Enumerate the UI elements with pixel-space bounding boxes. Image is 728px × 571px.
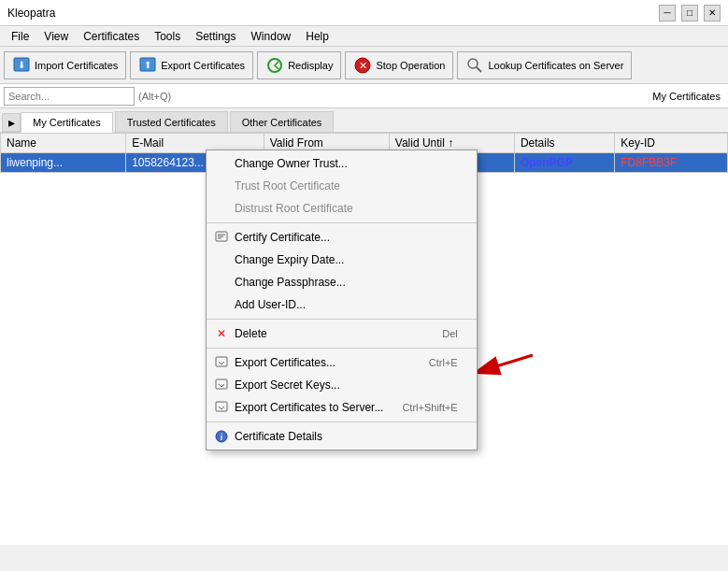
export-certs-icon (214, 355, 229, 370)
ctx-add-userid[interactable]: Add User-ID... (207, 293, 477, 316)
ctx-export-certs-label: Export Certificates... (235, 356, 335, 369)
ctx-change-owner-trust[interactable]: Change Owner Trust... (207, 152, 477, 175)
ctx-separator-1 (207, 222, 477, 223)
export-server-icon (214, 400, 229, 415)
context-menu: Change Owner Trust... Trust Root Certifi… (206, 150, 478, 450)
ctx-cert-details-label: Certificate Details (235, 430, 322, 443)
ctx-add-userid-label: Add User-ID... (235, 298, 306, 311)
export-secret-icon (214, 378, 229, 393)
cell-keyid: FD8FBB3F (615, 153, 728, 173)
redisplay-label: Redisplay (288, 60, 333, 71)
ctx-certify[interactable]: Certify Certificate... (207, 226, 477, 249)
tab-trusted-certificates[interactable]: Trusted Certificates (115, 111, 228, 132)
svg-text:⬇: ⬇ (18, 60, 25, 70)
cert-details-icon: i (214, 429, 229, 444)
search-input[interactable] (4, 87, 135, 106)
ctx-export-certs-shortcut: Ctrl+E (429, 357, 458, 368)
certify-icon (214, 230, 229, 245)
tabs-bar: ▸ My Certificates Trusted Certificates O… (0, 108, 728, 133)
ctx-separator-4 (207, 421, 477, 422)
ctx-delete-shortcut: Del (442, 328, 458, 339)
menu-window[interactable]: Window (244, 28, 299, 45)
ctx-delete[interactable]: ✕ Delete Del (207, 322, 477, 345)
ctx-export-certs[interactable]: Export Certificates... Ctrl+E (207, 351, 477, 374)
ctx-cert-details[interactable]: i Certificate Details (207, 425, 477, 448)
stop-button[interactable]: ✕ Stop Operation (345, 51, 453, 79)
export-button[interactable]: ⬆ Export Certificates (130, 51, 253, 79)
ctx-separator-2 (207, 319, 477, 320)
window-controls: ─ □ ✕ (659, 5, 721, 21)
col-header-details[interactable]: Details (514, 134, 614, 153)
close-button[interactable]: ✕ (704, 5, 721, 21)
col-header-keyid[interactable]: Key-ID (615, 134, 728, 153)
tab-add-button[interactable]: ▸ (2, 113, 21, 132)
menu-help[interactable]: Help (298, 28, 336, 45)
lookup-button[interactable]: Lookup Certificates on Server (457, 51, 632, 79)
redisplay-icon (265, 56, 284, 75)
ctx-trust-root[interactable]: Trust Root Certificate (207, 175, 477, 197)
svg-text:✕: ✕ (359, 60, 367, 71)
lookup-icon (465, 56, 484, 75)
export-icon: ⬆ (138, 56, 157, 75)
import-icon: ⬇ (12, 56, 31, 75)
export-label: Export Certificates (161, 60, 245, 71)
ctx-trust-root-label: Trust Root Certificate (235, 179, 340, 193)
ctx-delete-label: Delete (235, 327, 267, 340)
ctx-change-passphrase[interactable]: Change Passphrase... (207, 271, 477, 293)
ctx-change-expiry[interactable]: Change Expiry Date... (207, 249, 477, 271)
tab-my-certificates[interactable]: My Certificates (21, 112, 113, 133)
svg-text:i: i (221, 433, 223, 442)
search-right-label: My Certificates (652, 91, 724, 102)
menu-view[interactable]: View (36, 28, 76, 45)
svg-text:⬆: ⬆ (144, 60, 151, 70)
menu-certificates[interactable]: Certificates (76, 28, 147, 45)
col-header-name[interactable]: Name (1, 134, 126, 153)
ctx-distrust-root[interactable]: Distrust Root Certificate (207, 197, 477, 220)
ctx-certify-label: Certify Certificate... (235, 231, 330, 244)
ctx-change-passphrase-label: Change Passphrase... (235, 276, 346, 289)
menu-file[interactable]: File (4, 28, 36, 45)
ctx-export-secret-label: Export Secret Keys... (235, 378, 340, 392)
ctx-separator-3 (207, 348, 477, 349)
redisplay-button[interactable]: Redisplay (257, 51, 341, 79)
import-button[interactable]: ⬇ Import Certificates (4, 51, 126, 79)
ctx-export-server[interactable]: Export Certificates to Server... Ctrl+Sh… (207, 396, 477, 419)
menu-settings[interactable]: Settings (188, 28, 243, 45)
lookup-label: Lookup Certificates on Server (488, 60, 623, 71)
cell-details: OpenPGP (514, 153, 614, 173)
menu-bar: File View Certificates Tools Settings Wi… (0, 26, 728, 47)
svg-point-7 (468, 59, 478, 68)
stop-icon: ✕ (353, 56, 372, 75)
menu-tools[interactable]: Tools (147, 28, 188, 45)
tab-other-certificates[interactable]: Other Certificates (230, 111, 335, 132)
stop-label: Stop Operation (376, 60, 445, 71)
import-label: Import Certificates (35, 60, 118, 71)
ctx-change-expiry-label: Change Expiry Date... (235, 253, 344, 266)
delete-icon: ✕ (214, 326, 229, 341)
minimize-button[interactable]: ─ (659, 5, 676, 21)
window-title: Kleopatra (7, 7, 55, 20)
search-bar: (Alt+Q) My Certificates (0, 84, 728, 108)
ctx-export-server-shortcut: Ctrl+Shift+E (402, 402, 457, 413)
toolbar: ⬇ Import Certificates ⬆ Export Certifica… (0, 47, 728, 84)
title-bar: Kleopatra ─ □ ✕ (0, 0, 728, 26)
maximize-button[interactable]: □ (681, 5, 698, 21)
ctx-change-owner-trust-label: Change Owner Trust... (235, 157, 348, 170)
cell-name: liwenping... (1, 153, 126, 173)
ctx-export-server-label: Export Certificates to Server... (235, 401, 383, 414)
svg-line-8 (477, 67, 481, 72)
ctx-export-secret[interactable]: Export Secret Keys... (207, 374, 477, 396)
ctx-distrust-root-label: Distrust Root Certificate (235, 202, 353, 215)
search-hint: (Alt+Q) (138, 91, 171, 102)
